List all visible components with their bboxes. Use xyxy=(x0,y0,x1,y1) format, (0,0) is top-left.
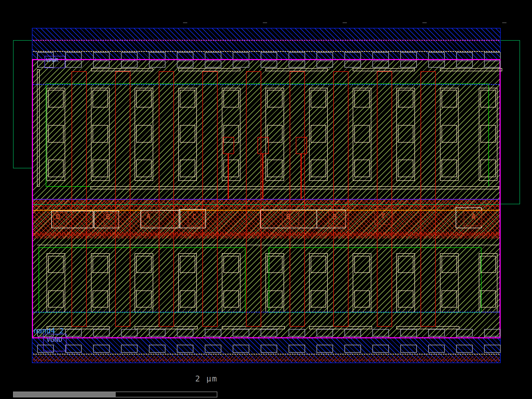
contact-row-top xyxy=(484,61,501,68)
via-row-bottom xyxy=(205,345,221,353)
tap-mark-stem xyxy=(301,154,302,199)
metal-edge-strip-left xyxy=(37,69,40,187)
poly-gate xyxy=(72,71,87,327)
contact-square-lower xyxy=(480,256,496,273)
contact-square-upper xyxy=(93,125,108,143)
contact-square-upper xyxy=(311,90,326,107)
contact-row-top xyxy=(177,61,193,68)
contact-row-bottom xyxy=(317,329,333,336)
contact-square-upper xyxy=(354,160,370,177)
contact-square-upper xyxy=(398,125,413,143)
contact-square-upper xyxy=(223,160,239,177)
poly-gate xyxy=(421,71,436,327)
contact-square-lower xyxy=(442,256,457,273)
via-row-bottom xyxy=(65,345,82,353)
contact-row-top xyxy=(65,61,82,68)
pin-label-Y: Y xyxy=(381,212,385,220)
contact-square-lower xyxy=(223,256,239,273)
ruler-tick xyxy=(343,22,347,23)
pin-label-D: D xyxy=(56,213,60,221)
ruler-tick xyxy=(502,22,506,23)
poly-gate xyxy=(246,71,261,327)
contact-square-lower xyxy=(311,256,326,273)
poly-gate xyxy=(333,71,348,327)
layout-canvas[interactable]: VPWR nand4_2 VGND 2 μm DBACBBYA xyxy=(0,0,532,399)
ruler-tick xyxy=(183,22,187,23)
poly-gate xyxy=(159,71,174,327)
contact-square-upper xyxy=(223,90,239,107)
via-row-bottom xyxy=(484,345,501,353)
contact-square-lower xyxy=(398,256,413,273)
contact-square-upper xyxy=(311,160,326,177)
contact-row-top xyxy=(233,61,249,68)
contact-square-upper xyxy=(311,125,326,143)
contact-square-upper xyxy=(480,125,496,143)
contact-row-top xyxy=(344,61,361,68)
via-row-bottom xyxy=(121,345,138,353)
contact-square-lower xyxy=(267,256,282,273)
rail-dash-darkred xyxy=(33,360,500,360)
via-row-bottom xyxy=(37,345,54,353)
contact-row-bottom xyxy=(372,329,389,336)
contact-row-top xyxy=(428,61,445,68)
contact-square-lower xyxy=(223,290,239,307)
via-row-bottom xyxy=(317,345,333,353)
contact-square-upper xyxy=(267,160,282,177)
contact-row-bottom xyxy=(400,329,417,336)
scale-bar-fill xyxy=(14,392,116,397)
rail-strip-darkred xyxy=(33,356,500,362)
via-row-bottom xyxy=(177,345,193,353)
contact-row-top xyxy=(289,61,305,68)
contact-row-bottom xyxy=(261,329,277,336)
pin-label-B: B xyxy=(332,213,337,221)
contact-square-lower xyxy=(354,256,370,273)
contact-row-top xyxy=(372,61,389,68)
contact-square-lower xyxy=(442,290,457,307)
contact-square-lower xyxy=(180,256,195,273)
contact-square-lower xyxy=(93,290,108,307)
pin-box-inner xyxy=(53,212,67,227)
contact-square-upper xyxy=(398,160,413,177)
via-row-bottom xyxy=(428,345,445,353)
contact-square-upper xyxy=(180,125,195,143)
contact-row-top xyxy=(317,61,333,68)
pin-box-inner xyxy=(188,211,205,227)
rail-dash-tan-bottom xyxy=(33,354,500,355)
contact-row-bottom xyxy=(233,329,249,336)
contact-row-bottom xyxy=(484,329,501,336)
contact-square-lower xyxy=(354,290,370,307)
poly-gate xyxy=(202,71,218,327)
contact-square-upper xyxy=(48,90,64,107)
contact-row-bottom xyxy=(289,329,305,336)
contact-row-top xyxy=(400,61,417,68)
contact-row-bottom xyxy=(177,329,193,336)
contact-square-upper xyxy=(398,90,413,107)
contact-row-bottom xyxy=(344,329,361,336)
pin-box-inner xyxy=(282,211,299,227)
contact-square-lower xyxy=(93,256,108,273)
contact-row-bottom xyxy=(456,329,473,336)
tap-mark xyxy=(257,137,269,154)
contact-row-top xyxy=(121,61,138,68)
contact-square-lower xyxy=(480,290,496,307)
via-row-bottom xyxy=(289,345,305,353)
tap-mark-stem xyxy=(228,154,229,199)
contact-row-top xyxy=(149,61,165,68)
contact-square-upper xyxy=(48,160,64,177)
contact-square-upper xyxy=(480,160,496,177)
rail-dash-tan-top xyxy=(33,51,500,52)
contact-square-lower xyxy=(136,256,152,273)
contact-square-lower xyxy=(267,290,282,307)
contact-square-upper xyxy=(442,160,457,177)
via-row-bottom xyxy=(456,345,473,353)
contact-square-upper xyxy=(180,90,195,107)
contact-square-upper xyxy=(442,90,457,107)
contact-square-lower xyxy=(136,290,152,307)
pin-label-B: B xyxy=(286,213,290,221)
via-row-bottom xyxy=(261,345,277,353)
contact-square-lower xyxy=(48,290,64,307)
contact-row-bottom xyxy=(121,329,138,336)
via-row-bottom xyxy=(233,345,249,353)
contact-square-upper xyxy=(267,125,282,143)
contact-row-top xyxy=(205,61,221,68)
